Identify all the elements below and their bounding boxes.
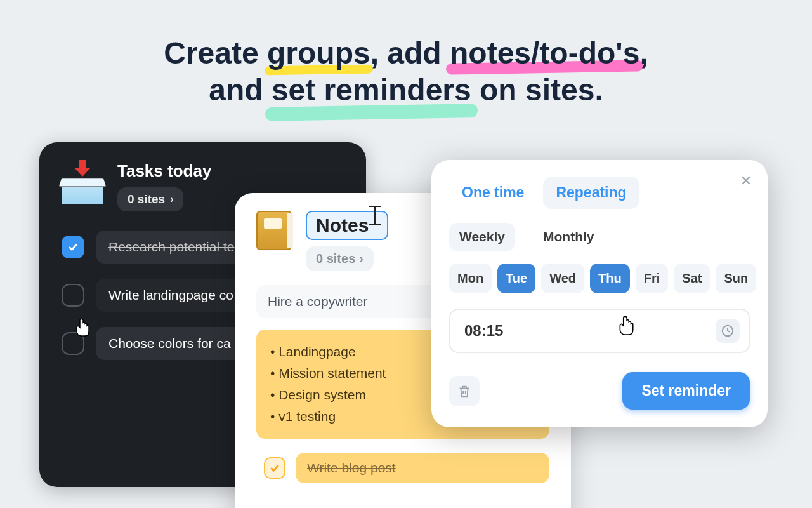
- tasks-sites-pill[interactable]: 0 sites ›: [117, 187, 183, 211]
- pill-label: 0 sites: [316, 251, 355, 266]
- clock-icon[interactable]: [716, 319, 740, 343]
- day-thu[interactable]: Thu: [590, 264, 630, 293]
- tasks-title: Tasks today: [117, 161, 211, 181]
- checkbox[interactable]: [62, 284, 84, 307]
- checkbox-checked[interactable]: [264, 457, 285, 479]
- tab-one-time[interactable]: One time: [449, 177, 537, 209]
- day-tue[interactable]: Tue: [497, 264, 535, 293]
- heading-text: ,: [639, 36, 648, 70]
- inbox-icon: [62, 169, 103, 204]
- heading-highlight-groups: groups: [267, 35, 370, 72]
- checkbox-checked[interactable]: [62, 236, 84, 258]
- segment-weekly[interactable]: Weekly: [449, 223, 515, 251]
- heading-text: on sites.: [471, 73, 603, 107]
- notebook-icon: [256, 211, 292, 250]
- chevron-right-icon: ›: [170, 194, 173, 205]
- heading-text: , add: [370, 36, 450, 70]
- day-sun[interactable]: Sun: [716, 264, 756, 293]
- time-input[interactable]: 08:15: [449, 309, 750, 353]
- heading-highlight-notes: notes/to-do's: [450, 35, 639, 72]
- day-mon[interactable]: Mon: [449, 264, 492, 293]
- marketing-heading: Create groups, add notes/to-do's, and se…: [0, 35, 812, 108]
- time-value: 08:15: [464, 322, 716, 340]
- day-wed[interactable]: Wed: [541, 264, 584, 293]
- pill-label: 0 sites: [128, 192, 165, 206]
- heading-highlight-reminders: set reminders: [272, 72, 471, 109]
- delete-button[interactable]: [449, 376, 480, 406]
- segment-monthly[interactable]: Monthly: [533, 223, 604, 251]
- reminder-panel: One time Repeating Weekly Monthly Mon Tu…: [431, 160, 768, 427]
- set-reminder-button[interactable]: Set reminder: [622, 372, 750, 410]
- day-fri[interactable]: Fri: [636, 264, 669, 293]
- heading-text: and: [209, 73, 272, 107]
- day-sat[interactable]: Sat: [674, 264, 710, 293]
- notes-sites-pill[interactable]: 0 sites ›: [306, 246, 374, 271]
- notes-title-input[interactable]: Notes: [306, 211, 388, 240]
- checkbox[interactable]: [62, 332, 84, 355]
- tab-repeating[interactable]: Repeating: [543, 177, 639, 209]
- subtask-row[interactable]: Write blog post: [256, 453, 549, 483]
- close-button[interactable]: [738, 173, 754, 188]
- chevron-right-icon: ›: [359, 251, 363, 266]
- subtask-label: Write blog post: [296, 453, 549, 483]
- heading-text: Create: [164, 36, 267, 70]
